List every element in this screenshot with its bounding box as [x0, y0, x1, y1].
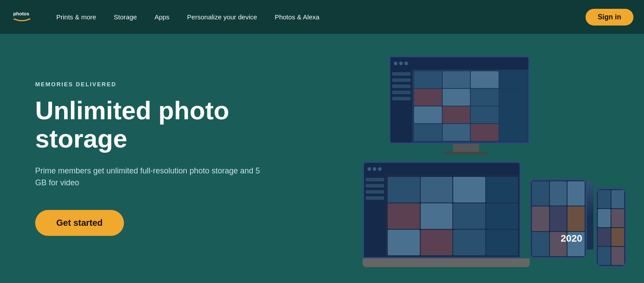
nav-photos-alexa[interactable]: Photos & Alexa	[275, 13, 320, 21]
hero-title-line2: storage	[35, 124, 127, 153]
photo-thumb	[499, 124, 527, 141]
laptop-photo-grid	[386, 175, 520, 257]
photo-thumb	[486, 230, 518, 255]
nav-personalize[interactable]: Personalize your device	[187, 13, 257, 21]
photo-thumb	[471, 89, 498, 106]
photo-thumb	[421, 177, 453, 202]
laptop-header	[364, 163, 520, 175]
photo-cell	[598, 190, 611, 208]
photo-thumb	[486, 177, 518, 202]
photo-cell	[550, 181, 567, 206]
yearbook-year: 2020	[561, 233, 582, 244]
photo-cell	[568, 206, 585, 231]
svg-rect-0	[11, 6, 33, 29]
photo-cell	[598, 228, 611, 246]
monitor-photo-grid	[412, 70, 528, 143]
photo-cell	[611, 209, 624, 227]
photo-thumb	[486, 203, 518, 229]
laptop-dot-2	[373, 167, 376, 171]
laptop-screen	[363, 162, 521, 258]
photo-cell	[611, 247, 624, 265]
photo-thumb	[414, 124, 442, 141]
monitor-body	[390, 70, 528, 143]
logo[interactable]: photos	[11, 6, 33, 29]
photo-thumb	[414, 71, 442, 88]
amazon-photos-logo-icon: photos	[11, 6, 33, 29]
laptop-dot-3	[378, 167, 382, 171]
photo-thumb	[453, 177, 485, 202]
sidebar-mock-3	[392, 85, 411, 88]
sidebar-mock-2	[392, 78, 411, 82]
photo-thumb	[471, 107, 498, 123]
monitor-dot-3	[404, 62, 408, 65]
sign-in-button[interactable]: Sign in	[586, 9, 633, 26]
monitor-base	[444, 152, 488, 154]
photo-cell	[532, 232, 549, 256]
hero-title: Unlimited photo storage	[35, 96, 264, 153]
nav-storage[interactable]: Storage	[114, 13, 137, 21]
photo-thumb	[414, 107, 442, 123]
photo-cell	[550, 206, 567, 231]
nav-apps[interactable]: Apps	[154, 13, 169, 21]
photo-thumb	[443, 107, 470, 123]
sidebar-mock	[366, 178, 384, 181]
photo-thumb	[443, 124, 470, 141]
sidebar-mock	[366, 190, 384, 194]
photo-thumb	[388, 177, 420, 202]
photo-cell	[532, 181, 549, 206]
device-tablet	[530, 179, 587, 258]
photo-cell	[532, 206, 549, 231]
hero-device-illustration: 2020	[363, 47, 626, 276]
device-monitor	[389, 56, 543, 162]
photo-thumb	[499, 107, 527, 123]
photo-thumb	[443, 71, 470, 88]
photo-thumb	[421, 230, 453, 255]
hero-eyebrow: MEMORIES DELIVERED	[35, 81, 264, 88]
hero-section: MEMORIES DELIVERED Unlimited photo stora…	[0, 34, 644, 283]
hero-title-line1: Unlimited photo	[35, 96, 229, 125]
photo-thumb	[388, 203, 420, 229]
photo-thumb	[499, 89, 527, 106]
hero-subtitle: Prime members get unlimited full-resolut…	[35, 165, 264, 189]
sidebar-mock-1	[392, 72, 411, 76]
laptop-base	[363, 258, 530, 267]
photo-thumb	[453, 230, 485, 255]
photo-thumb	[421, 203, 453, 229]
hero-content: MEMORIES DELIVERED Unlimited photo stora…	[35, 81, 264, 236]
sidebar-mock-4	[392, 91, 411, 94]
laptop-dot-1	[367, 167, 371, 171]
photo-thumb	[471, 71, 498, 88]
monitor-header	[390, 57, 528, 70]
sidebar-mock	[366, 196, 384, 200]
photo-cell	[598, 209, 611, 227]
photo-cell	[568, 181, 585, 206]
monitor-screen	[389, 56, 530, 144]
get-started-button[interactable]: Get started	[35, 210, 124, 236]
nav-prints-more[interactable]: Prints & more	[56, 13, 96, 21]
photo-thumb	[443, 89, 470, 106]
svg-text:photos: photos	[13, 11, 29, 16]
photo-cell	[611, 190, 624, 208]
monitor-stand	[453, 144, 479, 152]
monitor-dot-1	[394, 62, 397, 65]
sidebar-mock	[366, 184, 384, 187]
photo-thumb	[499, 71, 527, 88]
monitor-dot-2	[399, 62, 403, 65]
photo-thumb	[414, 89, 442, 106]
device-laptop	[363, 162, 530, 276]
photo-thumb	[471, 124, 498, 141]
header: photos Prints & more Storage Apps Person…	[0, 0, 644, 34]
device-phone	[596, 188, 626, 267]
photo-thumb	[453, 203, 485, 229]
laptop-body	[364, 175, 520, 257]
phone-photo-grid	[597, 189, 625, 266]
main-nav: Prints & more Storage Apps Personalize y…	[56, 13, 571, 21]
tablet-photo-grid	[531, 180, 586, 257]
sidebar-mock-5	[392, 97, 411, 100]
photo-cell	[598, 247, 611, 265]
laptop-sidebar	[364, 175, 386, 257]
photo-thumb	[388, 230, 420, 255]
monitor-sidebar	[390, 70, 412, 143]
photo-cell	[611, 228, 624, 246]
